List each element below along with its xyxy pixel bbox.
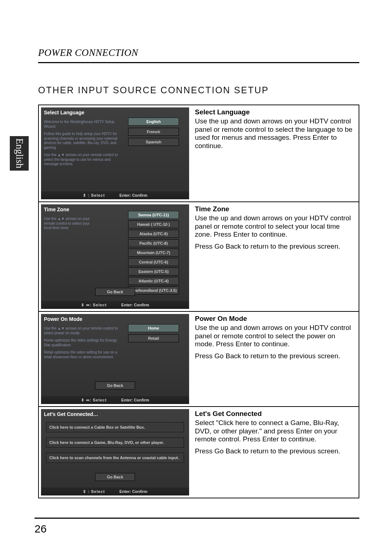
desc-title: Select Language	[195, 108, 355, 117]
panel-row: Power On Mode Use the ▲▼ arrows on your …	[39, 312, 359, 407]
option-retail[interactable]: Retail	[128, 334, 179, 342]
footer-confirm-hint: Enter: Confirm	[121, 303, 149, 307]
screen-text: Welcome to the Westinghouse HDTV Setup W…	[41, 120, 124, 129]
language-side-tab: English	[10, 136, 29, 171]
connect-cable-satellite[interactable]: Click here to connect a Cable Box or Sat…	[46, 422, 184, 432]
tv-screen-select-language: Select Language Welcome to the Westingho…	[39, 105, 191, 201]
screen-footer: ⇕ ⇔: Select Enter: Confirm	[41, 396, 189, 404]
desc-title: Let's Get Connected	[195, 410, 355, 418]
desc-text: Press Go Back to return to the previous …	[195, 352, 355, 360]
option-column: Home Retail	[128, 324, 179, 342]
option-eastern[interactable]: Eastern (UTC-5)	[128, 268, 179, 276]
screen-text: Use the ▲▼ arrows on your remote control…	[41, 326, 124, 335]
footer-confirm-hint: Enter: Confirm	[119, 489, 147, 494]
option-mountain[interactable]: Mountain (UTC-7)	[128, 249, 179, 257]
panel-row: Time Zone Use the ▲▼ arrows on your remo…	[39, 202, 359, 312]
option-home[interactable]: Home	[128, 324, 179, 332]
option-french[interactable]: French	[128, 128, 179, 136]
panel-description: Select Language Use the up and down arro…	[191, 105, 359, 201]
go-back-button[interactable]: Go Back	[95, 473, 135, 481]
go-back-button[interactable]: Go Back	[95, 288, 135, 296]
option-hawaii[interactable]: Hawaii ( UTC-10 )	[128, 220, 179, 228]
page: English POWER CONNECTION OTHER INPUT SOU…	[0, 0, 392, 555]
screen-footer: ⇕ ⇔: Select Enter: Confirm	[41, 301, 189, 309]
tv-screen-lets-get-connected: Let's Get Connected… Click here to conne…	[39, 407, 191, 498]
option-central[interactable]: Central (UTC-6)	[128, 258, 179, 266]
tv-screen-time-zone: Time Zone Use the ▲▼ arrows on your remo…	[39, 202, 191, 311]
option-alaska[interactable]: Alaska (UTC-9)	[128, 230, 179, 238]
screen-text: Follow this guide to help setup your HDT…	[41, 132, 124, 150]
setup-panel-grid: Select Language Welcome to the Westingho…	[38, 105, 359, 498]
desc-title: Time Zone	[195, 205, 355, 213]
option-column: Samoa (UTC-11) Hawaii ( UTC-10 ) Alaska …	[128, 211, 179, 294]
screen-text: Home optimizes the video settings for En…	[41, 338, 124, 347]
option-spanish[interactable]: Spanish	[128, 138, 179, 146]
panel-description: Time Zone Use the up and down arrows on …	[191, 202, 359, 311]
screen-title: Select Language	[41, 107, 189, 117]
page-header: POWER CONNECTION	[38, 47, 359, 63]
footer-confirm-hint: Enter: Confirm	[119, 193, 147, 197]
screen-footer: ⇕ : Select Enter: Confirm	[41, 487, 189, 495]
option-english[interactable]: English	[128, 118, 179, 126]
desc-text: Use the up and down arrows on your HDTV …	[195, 214, 355, 239]
footer-select-hint: ⇕ : Select	[83, 489, 105, 494]
option-pacific[interactable]: Pacific (UTC-8)	[128, 239, 179, 247]
footer-confirm-hint: Enter: Confirm	[121, 398, 149, 402]
option-column: English French Spanish	[128, 118, 179, 146]
footer-rule	[34, 518, 359, 519]
screen-title: Power On Mode	[41, 314, 189, 323]
panel-description: Let's Get Connected Select "Click here t…	[191, 407, 359, 498]
option-newfoundland[interactable]: Newfoundland (UTC-3.5)	[128, 286, 179, 294]
option-samoa[interactable]: Samoa (UTC-11)	[128, 211, 179, 219]
go-back-button[interactable]: Go Back	[95, 381, 135, 389]
connect-list: Click here to connect a Cable Box or Sat…	[41, 419, 189, 466]
screen-text: Retail optimizes the video setting for u…	[41, 350, 124, 359]
footer-select-hint: ⇕ ⇔: Select	[81, 398, 107, 403]
screen-text: Use the ▲▼ arrows on your remote control…	[41, 153, 124, 167]
desc-text: Press Go Back to return to the previous …	[195, 447, 355, 456]
panel-row: Let's Get Connected… Click here to conne…	[39, 407, 359, 498]
screen-footer: ⇕ : Select Enter: Confirm	[41, 191, 189, 199]
panel-description: Power On Mode Use the up and down arrows…	[191, 312, 359, 406]
panel-row: Select Language Welcome to the Westingho…	[39, 105, 359, 202]
desc-text: Use the up and down arrows on your HDTV …	[195, 117, 355, 150]
connect-game-bluray-dvd[interactable]: Click here to connect a Game, Blu-Ray, D…	[46, 437, 184, 448]
screen-text: Use the ▲▼ arrows on your remote control…	[41, 217, 99, 230]
desc-text: Press Go Back to return to the previous …	[195, 242, 355, 251]
footer-select-hint: ⇕ ⇔: Select	[81, 303, 107, 307]
footer-select-hint: ⇕ : Select	[83, 193, 105, 198]
tv-screen-power-on-mode: Power On Mode Use the ▲▼ arrows on your …	[39, 312, 191, 406]
page-number: 26	[34, 523, 46, 535]
option-atlantic[interactable]: Atlantic (UTC-4)	[128, 277, 179, 285]
desc-text: Select "Click here to connect a Game, Bl…	[195, 419, 355, 444]
section-title: OTHER INPUT SOURCE CONNECTION SETUP	[38, 85, 359, 95]
desc-text: Use the up and down arrows on your HDTV …	[195, 324, 355, 348]
desc-title: Power On Mode	[195, 315, 355, 323]
connect-scan-channels[interactable]: Click here to scan channels from the Ant…	[46, 453, 184, 463]
screen-title: Let's Get Connected…	[41, 409, 189, 419]
